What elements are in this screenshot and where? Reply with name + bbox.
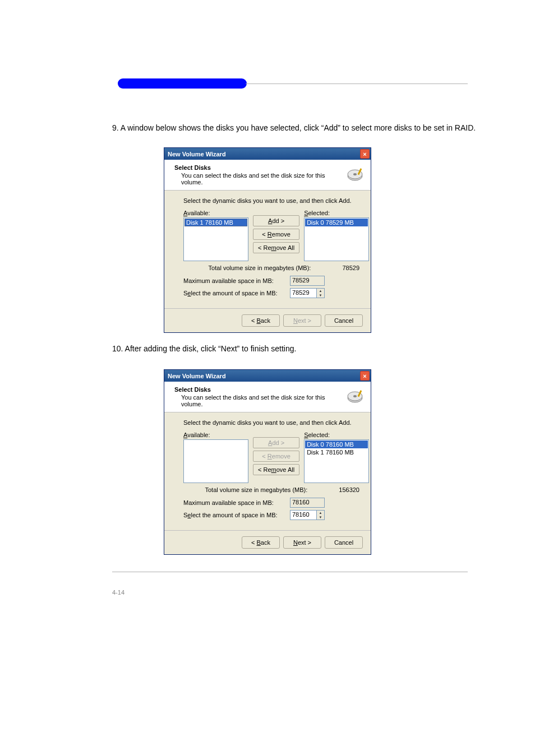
total-value: 78529 [342, 265, 359, 271]
wizard-header: Select Disks You can select the disks an… [164, 382, 371, 412]
titlebar: New Volume Wizard × [164, 148, 371, 160]
spin-buttons[interactable]: ▲ ▼ [317, 288, 325, 298]
spin-down-icon[interactable]: ▼ [317, 293, 324, 298]
step-caption-1: 10. After adding the disk, click “Next” … [112, 343, 490, 355]
list-item[interactable]: Disk 0 78529 MB [305, 219, 368, 226]
window-title: New Volume Wizard [168, 373, 226, 379]
max-space-value: 78529 [290, 276, 325, 286]
instruction-text: Select the dynamic disks you want to use… [183, 419, 359, 426]
amount-input[interactable]: 78529 [290, 288, 317, 298]
header-rule [246, 84, 468, 84]
remove-button[interactable]: < Remove [253, 229, 299, 240]
add-button: Add > [253, 437, 299, 448]
selected-label: Selected: [304, 432, 369, 438]
page-number: 4-14 [112, 589, 490, 596]
svg-point-6 [353, 395, 357, 397]
total-label: Total volume size in megabytes (MB): [205, 486, 307, 493]
back-button[interactable]: < Back [242, 536, 280, 549]
list-item[interactable]: Disk 0 78160 MB [305, 440, 368, 448]
total-value: 156320 [339, 486, 359, 493]
header-subtitle: You can select the disks and set the dis… [181, 394, 342, 407]
new-volume-wizard-dialog-2: New Volume Wizard × Select Disks You can… [164, 369, 371, 555]
window-title: New Volume Wizard [168, 151, 226, 157]
close-icon[interactable]: × [360, 371, 370, 381]
selected-label: Selected: [304, 210, 369, 216]
spin-buttons[interactable]: ▲ ▼ [317, 510, 325, 520]
close-icon[interactable]: × [360, 149, 370, 159]
back-button[interactable]: < Back [242, 314, 280, 327]
remove-all-button[interactable]: < Remove All [253, 242, 299, 253]
max-space-value: 78160 [290, 498, 325, 508]
header-title: Select Disks [174, 164, 342, 171]
total-label: Total volume size in megabytes (MB): [209, 265, 311, 271]
add-button[interactable]: Add > [253, 215, 299, 226]
cancel-button[interactable]: Cancel [325, 536, 363, 549]
available-listbox[interactable] [183, 439, 248, 483]
available-label: Available: [183, 432, 248, 438]
selected-listbox[interactable]: Disk 0 78160 MB Disk 1 78160 MB [304, 439, 369, 483]
next-button[interactable]: Next > [283, 536, 321, 549]
disk-wizard-icon [346, 388, 364, 406]
next-button: Next > [283, 314, 321, 327]
spin-up-icon[interactable]: ▲ [317, 289, 324, 293]
amount-label: Select the amount of space in MB: [183, 290, 290, 296]
titlebar: New Volume Wizard × [164, 370, 371, 382]
intro-paragraph: 9. A window below shows the disks you ha… [112, 122, 490, 134]
new-volume-wizard-dialog-1: New Volume Wizard × Select Disks You can… [164, 147, 371, 333]
available-label: Available: [183, 210, 248, 216]
selected-listbox[interactable]: Disk 0 78529 MB [304, 217, 369, 261]
header-title: Select Disks [174, 386, 342, 393]
spin-up-icon[interactable]: ▲ [317, 511, 324, 515]
remove-all-button[interactable]: < Remove All [253, 464, 299, 475]
footer-rule [112, 572, 468, 572]
available-listbox[interactable]: Disk 1 78160 MB [183, 217, 248, 261]
header-pill [118, 78, 247, 89]
cancel-button[interactable]: Cancel [325, 314, 363, 327]
amount-label: Select the amount of space in MB: [183, 512, 290, 518]
list-item[interactable]: Disk 1 78160 MB [185, 219, 247, 226]
max-space-label: Maximum available space in MB: [183, 277, 290, 284]
max-space-label: Maximum available space in MB: [183, 499, 290, 506]
header-subtitle: You can select the disks and set the dis… [181, 172, 342, 185]
amount-input[interactable]: 78160 [290, 510, 317, 520]
spin-down-icon[interactable]: ▼ [317, 515, 324, 520]
svg-point-2 [353, 173, 357, 175]
instruction-text: Select the dynamic disks you want to use… [183, 197, 359, 204]
list-item[interactable]: Disk 1 78160 MB [305, 448, 368, 456]
wizard-header: Select Disks You can select the disks an… [164, 160, 371, 191]
disk-wizard-icon [346, 166, 364, 184]
remove-button: < Remove [253, 451, 299, 462]
